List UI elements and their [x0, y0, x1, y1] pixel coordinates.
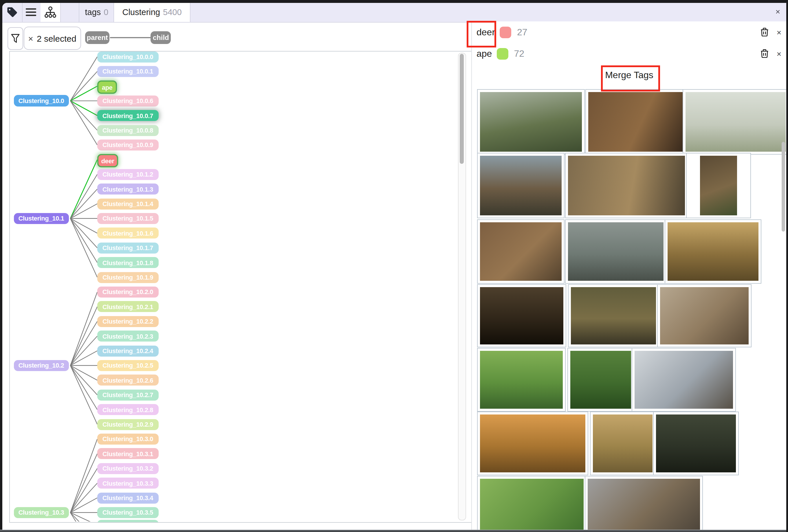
tree-node-Clustering_10.3.2[interactable]: Clustering_10.3.2 [97, 463, 158, 474]
remove-tag-icon[interactable]: × [777, 28, 781, 37]
tree-node-Clustering_10.2.6[interactable]: Clustering_10.2.6 [97, 375, 158, 386]
merge-tags-button[interactable]: Merge Tags [471, 64, 787, 86]
tree-node-Clustering_10.1.7[interactable]: Clustering_10.1.7 [97, 242, 158, 253]
tree-node-Clustering_10.3.5[interactable]: Clustering_10.3.5 [97, 507, 158, 518]
tree-node-Clustering_10.2.8[interactable]: Clustering_10.2.8 [97, 404, 158, 415]
deer-image-8[interactable] [565, 219, 666, 284]
cluster-tree-panel: Clustering_10.0Clustering_10.0.0Clusteri… [9, 51, 472, 523]
window-bottom-edge [0, 529, 788, 532]
gallery-scrollbar-thumb[interactable] [781, 142, 785, 232]
tree-node-Clustering_10.0[interactable]: Clustering_10.0 [14, 95, 68, 106]
tag-row-deer[interactable]: deer 27 × [471, 22, 787, 44]
tag-row-ape[interactable]: ape 72 × [471, 43, 787, 65]
tags-view-button[interactable] [2, 3, 22, 22]
tree-node-Clustering_10.0.0[interactable]: Clustering_10.0.0 [97, 51, 158, 62]
photo-placeholder [480, 156, 562, 215]
tree-node-Clustering_10.0.1[interactable]: Clustering_10.0.1 [97, 66, 158, 77]
tree-node-Clustering_10.2.7[interactable]: Clustering_10.2.7 [97, 389, 158, 400]
legend-child-badge: child [151, 31, 171, 44]
deer-image-17[interactable] [590, 412, 655, 475]
deer-image-5[interactable] [565, 153, 688, 218]
tree-node-Clustering_10.1.9[interactable]: Clustering_10.1.9 [97, 272, 158, 283]
tree-node-Clustering_10.2.2[interactable]: Clustering_10.2.2 [97, 316, 158, 327]
close-icon[interactable]: × [775, 7, 780, 16]
tree-node-Clustering_10.0.6[interactable]: Clustering_10.0.6 [97, 95, 158, 106]
photo-placeholder [588, 92, 683, 152]
window-right-edge [786, 0, 788, 532]
legend-connector-line [110, 37, 151, 38]
photo-placeholder [634, 351, 733, 409]
tree-node-Clustering_10.3[interactable]: Clustering_10.3 [14, 507, 68, 518]
tree-node-Clustering_10.0.9[interactable]: Clustering_10.0.9 [97, 139, 158, 151]
deer-image-14[interactable] [567, 348, 634, 412]
trash-icon[interactable] [761, 27, 769, 37]
tab-tags-label: tags [85, 8, 101, 17]
tree-node-Clustering_10.2[interactable]: Clustering_10.2 [14, 360, 68, 371]
tab-clustering-label: Clustering [122, 8, 160, 17]
tree-node-Clustering_10.3.0[interactable]: Clustering_10.3.0 [97, 434, 158, 445]
tree-node-Clustering_10.2.9[interactable]: Clustering_10.2.9 [97, 419, 158, 430]
clear-selection-button[interactable]: × 2 selected [24, 27, 81, 50]
tree-node-Clustering_10.2.0[interactable]: Clustering_10.2.0 [97, 287, 158, 298]
menu-button[interactable] [22, 3, 41, 22]
tree-node-ape[interactable]: ape [97, 81, 117, 94]
deer-image-2[interactable] [585, 89, 686, 155]
tree-node-Clustering_10.3.4[interactable]: Clustering_10.3.4 [97, 492, 158, 503]
clear-selection-x: × [28, 33, 33, 43]
remove-tag-icon[interactable]: × [777, 49, 781, 58]
toolbar: tags 0 Clustering 5400 × [2, 3, 786, 22]
tree-node-Clustering_10.1.4[interactable]: Clustering_10.1.4 [97, 198, 158, 209]
deer-image-7[interactable] [477, 219, 565, 284]
deer-image-12[interactable] [657, 284, 751, 347]
photo-placeholder [686, 92, 786, 152]
tree-node-Clustering_10.1.6[interactable]: Clustering_10.1.6 [97, 228, 158, 239]
tree-node-Clustering_10.3.3[interactable]: Clustering_10.3.3 [97, 478, 158, 489]
deer-image-4[interactable] [477, 153, 565, 218]
filter-button[interactable] [7, 27, 23, 50]
deer-image-9[interactable] [665, 219, 761, 284]
tree-scrollbar[interactable] [458, 53, 466, 520]
tree-node-Clustering_10.1.8[interactable]: Clustering_10.1.8 [97, 257, 158, 268]
deer-image-15[interactable] [632, 348, 736, 412]
tree-node-Clustering_10.3.6[interactable]: Clustering_10.3.6 [97, 519, 158, 523]
trash-icon[interactable] [761, 49, 769, 59]
tab-clustering[interactable]: Clustering 5400 [114, 3, 191, 22]
tree-node-Clustering_10.1.2[interactable]: Clustering_10.1.2 [97, 169, 158, 180]
deer-image-20[interactable] [585, 476, 703, 530]
tag-name: deer [476, 27, 495, 38]
photo-placeholder [480, 414, 585, 472]
tree-scrollbar-thumb[interactable] [460, 54, 464, 164]
tree-node-Clustering_10.3.1[interactable]: Clustering_10.3.1 [97, 448, 158, 459]
tree-node-Clustering_10.2.5[interactable]: Clustering_10.2.5 [97, 360, 158, 371]
tagged-image-gallery [471, 86, 787, 530]
tree-node-Clustering_10.1[interactable]: Clustering_10.1 [14, 213, 68, 224]
tag-color-chip[interactable] [500, 27, 511, 38]
tree-node-Clustering_10.2.1[interactable]: Clustering_10.2.1 [97, 301, 158, 312]
deer-image-16[interactable] [477, 412, 588, 475]
tree-node-Clustering_10.2.4[interactable]: Clustering_10.2.4 [97, 345, 158, 356]
deer-image-19[interactable] [477, 476, 587, 530]
hierarchy-view-button[interactable] [41, 3, 60, 22]
deer-image-11[interactable] [568, 284, 659, 347]
deer-image-18[interactable] [653, 412, 739, 475]
tree-node-Clustering_10.1.5[interactable]: Clustering_10.1.5 [97, 213, 158, 224]
photo-placeholder [480, 351, 563, 409]
tree-edges [10, 52, 471, 521]
tag-count: 27 [517, 27, 528, 38]
photo-placeholder [568, 156, 685, 215]
deer-image-1[interactable] [477, 89, 585, 155]
screen: tags 0 Clustering 5400 × × 2 selected pa… [0, 0, 788, 532]
deer-image-6[interactable] [686, 153, 751, 218]
tree-node-Clustering_10.1.3[interactable]: Clustering_10.1.3 [97, 183, 158, 195]
tree-node-deer[interactable]: deer [97, 154, 118, 168]
tag-count: 72 [514, 48, 524, 59]
tree-node-Clustering_10.0.7[interactable]: Clustering_10.0.7 [97, 110, 158, 121]
deer-image-10[interactable] [477, 284, 566, 347]
tree-node-Clustering_10.0.8[interactable]: Clustering_10.0.8 [97, 125, 158, 136]
deer-image-3[interactable] [683, 89, 787, 155]
clear-selection-label: 2 selected [37, 33, 76, 43]
tree-node-Clustering_10.2.3[interactable]: Clustering_10.2.3 [97, 331, 158, 341]
tag-color-chip[interactable] [496, 48, 508, 60]
tab-tags[interactable]: tags 0 [79, 3, 114, 22]
deer-image-13[interactable] [477, 348, 566, 412]
